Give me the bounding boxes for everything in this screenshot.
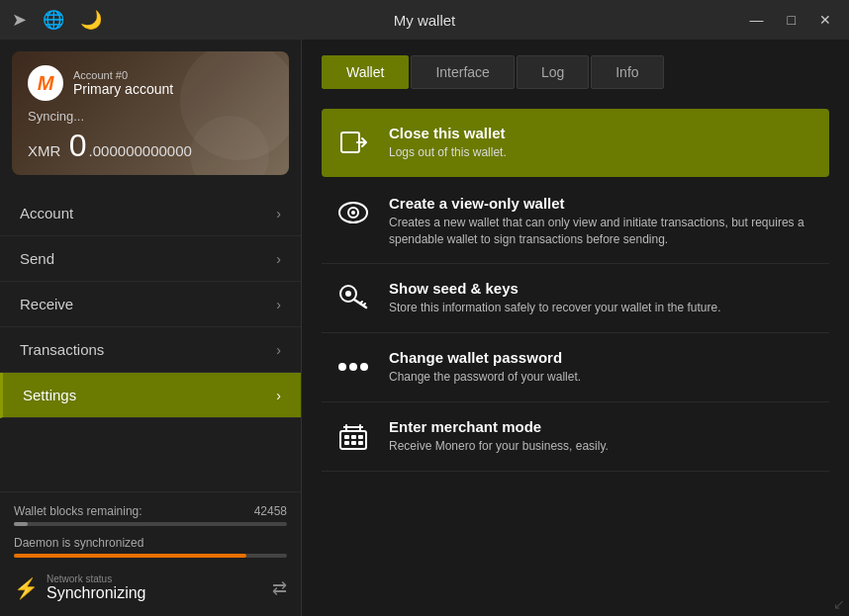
maximize-button[interactable]: □ bbox=[782, 10, 802, 30]
sidebar: M Account #0 Primary account Syncing... … bbox=[0, 40, 302, 616]
settings-item-view-only[interactable]: Create a view-only wallet Creates a new … bbox=[322, 179, 829, 265]
network-status-row: ⚡ Network status Synchronizing ⇄ bbox=[14, 568, 287, 610]
change-password-desc: Change the password of your wallet. bbox=[389, 369, 815, 386]
svg-point-5 bbox=[345, 291, 351, 297]
svg-rect-11 bbox=[351, 435, 356, 439]
send-icon[interactable]: ➤ bbox=[12, 9, 27, 31]
sidebar-item-send[interactable]: Send › bbox=[0, 236, 301, 282]
svg-rect-12 bbox=[358, 435, 363, 439]
lightning-icon: ⚡ bbox=[14, 576, 39, 600]
network-status-label: Network status bbox=[47, 573, 264, 584]
change-password-content: Change wallet password Change the passwo… bbox=[389, 349, 815, 386]
daemon-status-label: Daemon is synchronized bbox=[14, 536, 287, 550]
monero-m-icon: M bbox=[38, 72, 54, 95]
merchant-title: Enter merchant mode bbox=[389, 418, 815, 435]
blocks-remaining-label: Wallet blocks remaining: bbox=[14, 504, 142, 518]
view-only-content: Create a view-only wallet Creates a new … bbox=[389, 195, 815, 248]
chevron-icon-account: › bbox=[276, 206, 281, 221]
merchant-desc: Receive Monero for your business, easily… bbox=[389, 438, 815, 455]
window-controls: — □ ✕ bbox=[744, 10, 837, 30]
svg-point-3 bbox=[351, 211, 355, 215]
seed-keys-content: Show seed & keys Store this information … bbox=[389, 280, 815, 316]
blocks-remaining-row: Wallet blocks remaining: 42458 bbox=[14, 504, 287, 518]
sidebar-item-settings[interactable]: Settings › bbox=[0, 373, 301, 418]
chevron-icon-transactions: › bbox=[276, 342, 281, 358]
settings-item-close-wallet[interactable]: Close this wallet Logs out of this walle… bbox=[322, 109, 829, 177]
account-card[interactable]: M Account #0 Primary account Syncing... … bbox=[12, 51, 289, 175]
balance-currency: XMR bbox=[28, 142, 60, 159]
tabs: Wallet Interface Log Info bbox=[322, 55, 829, 89]
network-info: Network status Synchronizing bbox=[47, 573, 264, 602]
svg-point-6 bbox=[338, 363, 346, 371]
chevron-icon-send: › bbox=[276, 251, 281, 267]
account-header: M Account #0 Primary account bbox=[28, 65, 273, 101]
title-bar: ➤ 🌐 🌙 My wallet — □ ✕ bbox=[0, 0, 849, 40]
nav-label-transactions: Transactions bbox=[20, 341, 104, 358]
blocks-remaining-value: 42458 bbox=[254, 504, 287, 518]
tab-info[interactable]: Info bbox=[591, 55, 663, 89]
chevron-icon-receive: › bbox=[276, 297, 281, 312]
svg-rect-15 bbox=[358, 441, 363, 445]
nav-items: Account › Send › Receive › Transactions … bbox=[0, 187, 301, 491]
settings-item-merchant[interactable]: Enter merchant mode Receive Monero for y… bbox=[322, 402, 829, 472]
monero-logo: M bbox=[28, 65, 63, 101]
blocks-progress-container bbox=[14, 522, 287, 526]
view-only-desc: Creates a new wallet that can only view … bbox=[389, 215, 815, 248]
change-password-title: Change wallet password bbox=[389, 349, 815, 366]
nav-label-receive: Receive bbox=[20, 296, 73, 312]
moon-icon[interactable]: 🌙 bbox=[80, 9, 102, 31]
balance-decimal: .000000000000 bbox=[89, 142, 192, 159]
change-password-icon bbox=[335, 349, 371, 385]
shuffle-icon[interactable]: ⇄ bbox=[272, 577, 287, 599]
sidebar-item-receive[interactable]: Receive › bbox=[0, 282, 301, 327]
sidebar-item-account[interactable]: Account › bbox=[0, 191, 301, 236]
account-name: Primary account bbox=[73, 81, 273, 97]
svg-rect-10 bbox=[344, 435, 349, 439]
chevron-icon-settings: › bbox=[276, 388, 281, 403]
daemon-progress-bar bbox=[14, 554, 246, 558]
merchant-content: Enter merchant mode Receive Monero for y… bbox=[389, 418, 815, 455]
seed-keys-desc: Store this information safely to recover… bbox=[389, 300, 815, 316]
close-wallet-desc: Logs out of this wallet. bbox=[389, 144, 815, 161]
tab-wallet[interactable]: Wallet bbox=[322, 55, 409, 89]
view-only-icon bbox=[335, 195, 371, 230]
svg-rect-14 bbox=[351, 441, 356, 445]
settings-list: Close this wallet Logs out of this walle… bbox=[322, 109, 829, 472]
nav-label-account: Account bbox=[20, 205, 73, 221]
svg-rect-13 bbox=[344, 441, 349, 445]
svg-point-7 bbox=[349, 363, 357, 371]
resize-handle[interactable]: ↙ bbox=[833, 596, 845, 612]
minimize-button[interactable]: — bbox=[744, 10, 770, 30]
daemon-progress-container bbox=[14, 554, 287, 558]
close-wallet-title: Close this wallet bbox=[389, 125, 815, 141]
svg-rect-9 bbox=[340, 431, 366, 449]
view-only-title: Create a view-only wallet bbox=[389, 195, 815, 212]
settings-item-seed-keys[interactable]: Show seed & keys Store this information … bbox=[322, 264, 829, 333]
seed-keys-title: Show seed & keys bbox=[389, 280, 815, 297]
close-wallet-icon bbox=[335, 125, 371, 160]
sidebar-item-transactions[interactable]: Transactions › bbox=[0, 327, 301, 373]
nav-label-settings: Settings bbox=[23, 387, 76, 403]
account-info: Account #0 Primary account bbox=[73, 69, 273, 97]
right-panel: Wallet Interface Log Info Close th bbox=[302, 40, 849, 616]
main-content: M Account #0 Primary account Syncing... … bbox=[0, 40, 849, 616]
nav-label-send: Send bbox=[20, 250, 54, 267]
window-title: My wallet bbox=[394, 12, 456, 29]
balance-row: XMR 0 .000000000000 bbox=[28, 130, 273, 161]
seed-keys-icon bbox=[335, 280, 371, 315]
sync-status: Syncing... bbox=[28, 109, 273, 124]
network-status-value: Synchronizing bbox=[47, 584, 264, 602]
tab-log[interactable]: Log bbox=[517, 55, 589, 89]
settings-item-change-password[interactable]: Change wallet password Change the passwo… bbox=[322, 333, 829, 402]
status-area: Wallet blocks remaining: 42458 Daemon is… bbox=[0, 491, 301, 616]
globe-icon[interactable]: 🌐 bbox=[43, 9, 64, 31]
close-button[interactable]: ✕ bbox=[813, 10, 837, 30]
merchant-icon bbox=[335, 418, 371, 454]
title-bar-left: ➤ 🌐 🌙 bbox=[12, 9, 102, 31]
svg-point-8 bbox=[360, 363, 368, 371]
balance-whole: 0 bbox=[69, 130, 87, 161]
account-number: Account #0 bbox=[73, 69, 273, 81]
tab-interface[interactable]: Interface bbox=[411, 55, 514, 89]
close-wallet-content: Close this wallet Logs out of this walle… bbox=[389, 125, 815, 161]
blocks-progress-bar bbox=[14, 522, 28, 526]
